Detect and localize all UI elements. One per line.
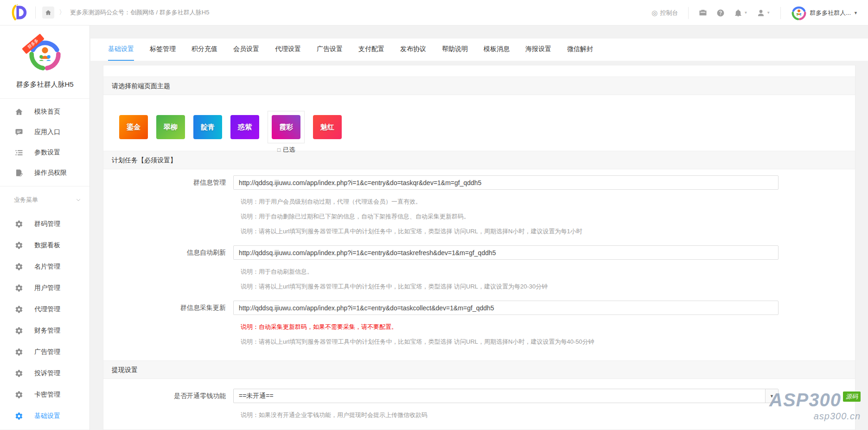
- tab-发布协议[interactable]: 发布协议: [400, 45, 426, 61]
- sidebar-item-参数设置[interactable]: 参数设置: [0, 142, 89, 163]
- task-url-input-3[interactable]: [233, 301, 779, 315]
- app-logo-icon[interactable]: [9, 3, 28, 22]
- sidebar-item-财务管理[interactable]: 财务管理: [0, 320, 89, 341]
- selected-text: 已选: [283, 146, 295, 154]
- caret-down-icon: ▼: [744, 11, 747, 15]
- task-field-label: 群信息管理: [103, 179, 233, 187]
- theme-swatch-惑紫[interactable]: 惑紫: [230, 115, 259, 139]
- withdraw-notes: 说明：如果没有开通企业零钱功能，用户提现时会提示上传微信收款码: [241, 408, 855, 423]
- theme-swatch-魅红[interactable]: 魅红: [313, 115, 342, 139]
- task-notes: 说明：自动采集更新群码，如果不需要采集，请不要配置。说明：请将以上url填写到服…: [241, 320, 855, 349]
- note-line: 说明：请将以上url填写到服务器管理工具中的计划任务中，比如宝塔，类型选择 访问…: [241, 279, 855, 294]
- user-menu[interactable]: ▼: [757, 9, 770, 17]
- task-url-input-1[interactable]: [233, 175, 779, 190]
- sidebar-item-广告管理[interactable]: 广告管理: [0, 341, 89, 363]
- tab-基础设置[interactable]: 基础设置: [108, 45, 134, 61]
- chat-icon: [15, 128, 23, 136]
- sidebar-item-名片管理[interactable]: 名片管理: [0, 256, 89, 277]
- gear-icon: [15, 412, 23, 420]
- account-name: 群多多社群人...: [810, 9, 851, 17]
- section-tasks-title: 计划任务【必须设置】: [103, 151, 855, 169]
- gear-icon: [15, 327, 23, 335]
- tab-积分充值[interactable]: 积分充值: [191, 45, 217, 61]
- sidebar-item-基础设置[interactable]: 基础设置: [0, 405, 89, 427]
- sidebar-item-label: 基础设置: [34, 412, 60, 420]
- sidebar-item-label: 参数设置: [34, 148, 60, 157]
- sidebar-item-模块首页[interactable]: 模块首页: [0, 102, 89, 122]
- tab-支付配置[interactable]: 支付配置: [358, 45, 384, 61]
- account-switcher[interactable]: 群多多社群人... ▼: [791, 5, 858, 21]
- sidebar-item-label: 投诉管理: [34, 369, 60, 378]
- sidebar-item-label: 卡密管理: [34, 391, 60, 399]
- task-fields: 群信息管理说明：用于用户会员级别自动过期，代理（代理送会员）一直有效。说明：用于…: [103, 175, 855, 349]
- sidebar-item-label: 应用入口: [34, 128, 60, 136]
- theme-option-鎏金: 鎏金: [119, 115, 148, 139]
- withdraw-row: 是否开通零钱功能 ==未开通== ▼: [103, 389, 855, 403]
- sidebar-item-操作员权限[interactable]: 操作员权限: [0, 163, 89, 183]
- tab-微信解封[interactable]: 微信解封: [567, 45, 593, 61]
- section-theme-title: 请选择前端页面主题: [103, 77, 855, 95]
- sidebar-item-label: 模块首页: [34, 108, 60, 116]
- theme-swatch-鎏金[interactable]: 鎏金: [119, 115, 148, 139]
- note-line: 说明：自动采集更新群码，如果不需要采集，请不要配置。: [241, 320, 855, 334]
- theme-swatch-霞彩[interactable]: 霞彩: [272, 115, 300, 139]
- console-icon: ◎: [651, 9, 657, 17]
- sidebar-item-用户管理[interactable]: 用户管理: [0, 277, 89, 299]
- note-line: 说明：用于自动刷新信息。: [241, 264, 855, 279]
- tab-标签管理[interactable]: 标签管理: [150, 45, 176, 61]
- theme-swatch-row: 鎏金翠柳靛青惑紫霞彩□已选魅红: [103, 95, 855, 151]
- task-row-群信息采集更新: 群信息采集更新: [103, 301, 855, 315]
- help-icon[interactable]: [716, 9, 725, 17]
- selected-theme-label: □已选: [277, 146, 295, 154]
- list-icon: [15, 148, 23, 157]
- divider: [780, 7, 781, 19]
- sidebar-item-卡密管理[interactable]: 卡密管理: [0, 384, 89, 405]
- wallet-enabled-select[interactable]: ==未开通== ▼: [233, 389, 779, 403]
- task-notes: 说明：用于自动刷新信息。说明：请将以上url填写到服务器管理工具中的计划任务中，…: [241, 264, 855, 294]
- theme-option-魅红: 魅红: [313, 115, 342, 139]
- sidebar-item-label: 操作员权限: [34, 169, 67, 177]
- chevron-down-icon: [76, 197, 81, 203]
- note-line: 说明：如果没有开通企业零钱功能，用户提现时会提示上传微信收款码: [241, 408, 855, 423]
- note-line: 说明：用于自动删除已过期和已下架的信息，自动下架推荐信息、自动采集更新群码。: [241, 209, 855, 224]
- sidebar-item-数据看板[interactable]: 数据看板: [0, 235, 89, 256]
- breadcrumb-home-button[interactable]: [42, 6, 54, 19]
- sidebar-item-投诉管理[interactable]: 投诉管理: [0, 363, 89, 384]
- section-withdraw-title: 提现设置: [103, 360, 855, 379]
- sidebar-item-label: 财务管理: [34, 327, 60, 335]
- withdraw-field-label: 是否开通零钱功能: [103, 392, 233, 400]
- tab-代理设置[interactable]: 代理设置: [275, 45, 301, 61]
- task-url-input-2[interactable]: [233, 245, 779, 260]
- theme-option-翠柳: 翠柳: [156, 115, 185, 139]
- sidebar: 群多多 群多多社群人脉H5 模块首页应用入口参数设置操作员权限 业务菜单 群码管…: [0, 26, 90, 430]
- tab-广告设置[interactable]: 广告设置: [317, 45, 343, 61]
- gear-icon: [15, 391, 23, 399]
- theme-option-惑紫: 惑紫: [230, 115, 259, 139]
- divider: [688, 7, 689, 19]
- sidebar-item-群码管理[interactable]: 群码管理: [0, 213, 89, 235]
- card-panel-icon[interactable]: [699, 9, 707, 17]
- sidebar-item-应用入口[interactable]: 应用入口: [0, 122, 89, 142]
- sidebar-group-business[interactable]: 业务菜单: [0, 189, 89, 211]
- gear-icon: [15, 263, 23, 271]
- sidebar-item-代理管理[interactable]: 代理管理: [0, 299, 89, 320]
- theme-swatch-靛青[interactable]: 靛青: [193, 115, 222, 139]
- console-link[interactable]: ◎ 控制台: [651, 9, 678, 17]
- notifications-menu[interactable]: ▼: [734, 9, 747, 17]
- note-line: 说明：请将以上url填写到服务器管理工具中的计划任务中，比如宝塔，类型选择 访问…: [241, 334, 855, 349]
- tab-模板消息[interactable]: 模板消息: [484, 45, 510, 61]
- sidebar-app-block: 群多多 群多多社群人脉H5: [0, 26, 89, 99]
- home-icon: [15, 108, 23, 116]
- divider: [35, 6, 36, 19]
- tab-会员设置[interactable]: 会员设置: [233, 45, 259, 61]
- theme-swatch-翠柳[interactable]: 翠柳: [156, 115, 185, 139]
- tab-海报设置[interactable]: 海报设置: [525, 45, 551, 61]
- tab-帮助说明[interactable]: 帮助说明: [442, 45, 468, 61]
- wallet-enabled-value: ==未开通==: [234, 392, 765, 400]
- caret-down-icon: ▼: [854, 11, 858, 15]
- gear-icon: [15, 348, 23, 356]
- checkbox-glyph-icon: □: [277, 147, 281, 153]
- theme-option-靛青: 靛青: [193, 115, 222, 139]
- breadcrumb: 更多亲测源码公众号：创颜网络 / 群多多社群人脉H5: [70, 8, 209, 17]
- gear-icon: [15, 284, 23, 292]
